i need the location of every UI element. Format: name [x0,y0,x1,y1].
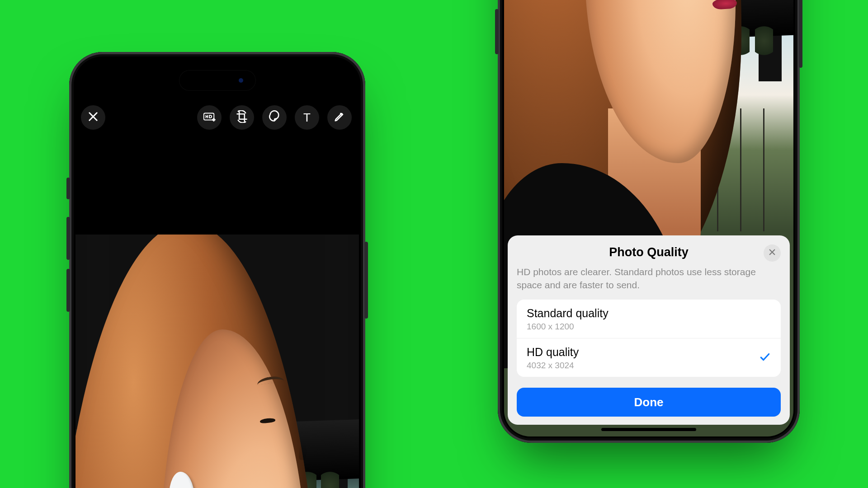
phone-frame-right: Photo Quality HD photos are clearer. Sta… [498,0,800,443]
volume-up-button [66,217,70,260]
hd-settings-button[interactable] [197,105,222,130]
photo-preview[interactable] [75,235,359,488]
done-button[interactable]: Done [517,388,781,417]
svg-rect-0 [204,113,214,120]
power-button [364,242,368,319]
option-sub: 1600 x 1200 [527,322,771,332]
crop-icon [236,110,248,125]
sticker-icon [268,110,281,125]
volume-down-button [495,9,499,54]
close-icon [87,110,99,125]
silent-switch [66,178,70,199]
crop-rotate-button[interactable] [230,105,254,130]
close-icon [768,248,776,258]
option-sub: 4032 x 3024 [527,361,771,371]
option-label: Standard quality [527,307,771,320]
checkmark-icon [759,351,771,365]
option-hd-quality[interactable]: HD quality 4032 x 3024 [517,338,781,377]
pencil-icon [333,110,346,125]
sticker-button[interactable] [262,105,287,130]
screen-left: T [75,58,359,488]
option-standard-quality[interactable]: Standard quality 1600 x 1200 [517,300,781,338]
text-icon: T [303,111,311,125]
photo-quality-sheet: Photo Quality HD photos are clearer. Sta… [508,235,790,425]
sheet-title: Photo Quality [517,245,781,259]
sheet-description: HD photos are clearer. Standard photos u… [517,266,781,291]
volume-down-button [66,269,70,312]
power-button [799,0,802,68]
done-label: Done [634,395,664,409]
dynamic-island [179,70,256,91]
close-button[interactable] [81,105,105,130]
text-button[interactable]: T [295,105,319,130]
editor-toolbar: T [75,105,359,132]
home-indicator[interactable] [601,428,696,431]
option-label: HD quality [527,346,771,359]
draw-button[interactable] [327,105,352,130]
hd-icon [203,110,216,125]
screen-right: Photo Quality HD photos are clearer. Sta… [504,0,793,436]
quality-options: Standard quality 1600 x 1200 HD quality … [517,300,781,377]
phone-frame-left: T [69,52,365,488]
